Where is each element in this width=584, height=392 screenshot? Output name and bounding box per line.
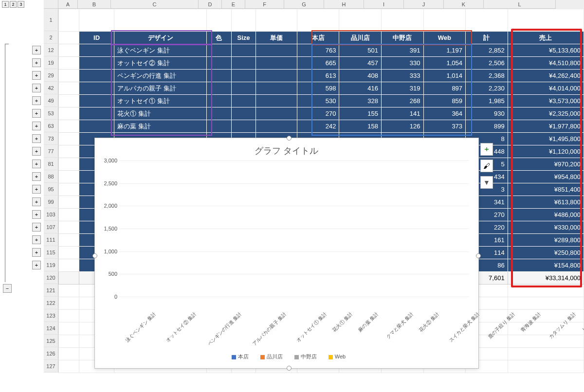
cell[interactable] [79, 82, 114, 95]
cell[interactable]: 本店 [297, 32, 339, 44]
cell[interactable]: ¥3,573,000 [508, 95, 584, 107]
row-header-99[interactable]: 99 [44, 196, 58, 208]
row-header-2[interactable]: 2 [44, 31, 58, 44]
cell[interactable] [231, 107, 256, 120]
cell[interactable]: 単価 [256, 32, 297, 44]
cell[interactable] [231, 57, 256, 70]
outline-collapse-row[interactable]: − [3, 284, 12, 293]
outline-expand-row[interactable]: + [32, 210, 41, 219]
cell[interactable] [59, 171, 79, 183]
cell[interactable]: ¥154,800 [508, 259, 584, 272]
cell[interactable] [59, 183, 79, 196]
cell[interactable] [231, 9, 256, 32]
cell[interactable] [231, 120, 256, 133]
cell[interactable] [59, 272, 79, 285]
col-header-H[interactable]: H [324, 0, 364, 9]
col-header-K[interactable]: K [444, 0, 484, 9]
cell[interactable]: 色 [207, 32, 232, 44]
cell[interactable]: Web [423, 32, 466, 44]
cell[interactable] [59, 335, 79, 348]
row-header-123[interactable]: 123 [44, 309, 58, 322]
row-header-107[interactable]: 107 [44, 221, 58, 233]
cell[interactable] [339, 9, 382, 32]
outline-level-2[interactable]: 2 [10, 1, 17, 8]
cell[interactable]: ¥289,800 [508, 234, 584, 247]
chart-styles-button[interactable]: 🖌 [480, 160, 493, 172]
cell[interactable] [59, 9, 79, 32]
cell[interactable]: 270 [297, 107, 339, 120]
cell[interactable] [256, 120, 297, 133]
cell[interactable] [256, 82, 297, 95]
col-header-E[interactable]: E [222, 0, 245, 9]
row-header-111[interactable]: 111 [44, 233, 58, 246]
cell[interactable] [256, 70, 297, 82]
cell[interactable]: 319 [381, 82, 423, 95]
cell[interactable]: 2,230 [466, 82, 508, 95]
cell[interactable] [59, 209, 79, 221]
row-header-95[interactable]: 95 [44, 183, 58, 196]
cell[interactable]: 泳ぐペンギン 集計 [114, 44, 207, 57]
col-header-C[interactable]: C [111, 0, 199, 9]
cell[interactable]: 242 [297, 120, 339, 133]
cell[interactable] [207, 44, 232, 57]
row-header-12[interactable]: 12 [44, 44, 58, 56]
cell[interactable]: 2,506 [466, 57, 508, 70]
cell[interactable]: 899 [466, 120, 508, 133]
col-header-J[interactable]: J [404, 0, 444, 9]
row-header-29[interactable]: 29 [44, 69, 58, 82]
cell[interactable]: 665 [297, 57, 339, 70]
cell[interactable] [256, 57, 297, 70]
row-header-119[interactable]: 119 [44, 259, 58, 271]
row-header-125[interactable]: 125 [44, 335, 58, 347]
cell[interactable]: 268 [381, 95, 423, 107]
cell[interactable]: オットセイ② 集計 [114, 57, 207, 70]
cell[interactable]: 1,197 [423, 44, 466, 57]
cell[interactable] [59, 70, 79, 82]
cell[interactable]: アルパカの親子 集計 [114, 82, 207, 95]
col-header-A[interactable]: A [58, 0, 78, 9]
cell[interactable] [79, 120, 114, 133]
row-header-73[interactable]: 73 [44, 132, 58, 145]
cell[interactable]: ¥5,133,600 [508, 44, 584, 57]
cell[interactable] [59, 158, 79, 171]
chart-plus-button[interactable]: ＋ [480, 143, 493, 156]
cell[interactable] [59, 259, 79, 272]
cell[interactable]: 売上 [508, 32, 584, 44]
cell[interactable] [59, 44, 79, 57]
cell[interactable]: ¥1,120,000 [508, 145, 584, 158]
cell[interactable] [59, 32, 79, 44]
cell[interactable]: ¥4,014,000 [508, 82, 584, 95]
row-header-127[interactable]: 127 [44, 360, 58, 373]
cell[interactable] [59, 82, 79, 95]
cell[interactable]: 1,014 [423, 70, 466, 82]
row-header-77[interactable]: 77 [44, 145, 58, 158]
cell[interactable]: ¥954,800 [508, 171, 584, 183]
cell[interactable]: ¥1,977,800 [508, 120, 584, 133]
outline-expand-row[interactable]: + [32, 122, 41, 130]
outline-level-1[interactable]: 1 [2, 1, 9, 8]
cell[interactable] [256, 9, 297, 32]
cell[interactable]: ¥2,325,000 [508, 107, 584, 120]
cell[interactable] [423, 9, 466, 32]
cell[interactable]: ¥1,495,800 [508, 133, 584, 145]
cell[interactable]: 598 [297, 82, 339, 95]
cell[interactable] [508, 285, 584, 297]
col-header-L[interactable]: L [484, 0, 556, 9]
cell[interactable] [466, 9, 508, 32]
cell[interactable] [59, 120, 79, 133]
cell[interactable]: 麻の葉 集計 [114, 120, 207, 133]
cell[interactable] [231, 70, 256, 82]
cell[interactable]: 373 [423, 120, 466, 133]
row-header-42[interactable]: 42 [44, 82, 58, 94]
cell[interactable] [508, 9, 584, 32]
cell[interactable]: 2,368 [466, 70, 508, 82]
cell[interactable]: ¥250,800 [508, 247, 584, 259]
row-header-120[interactable]: 120 [44, 271, 58, 284]
outline-expand-row[interactable]: + [32, 71, 41, 80]
cell[interactable]: ¥4,510,800 [508, 57, 584, 70]
chart-filter-button[interactable]: ▼ [480, 176, 493, 189]
cell[interactable]: 930 [466, 107, 508, 120]
cell[interactable]: ¥970,200 [508, 158, 584, 171]
cell[interactable]: 1,985 [466, 95, 508, 107]
outline-expand-row[interactable]: + [32, 109, 41, 118]
